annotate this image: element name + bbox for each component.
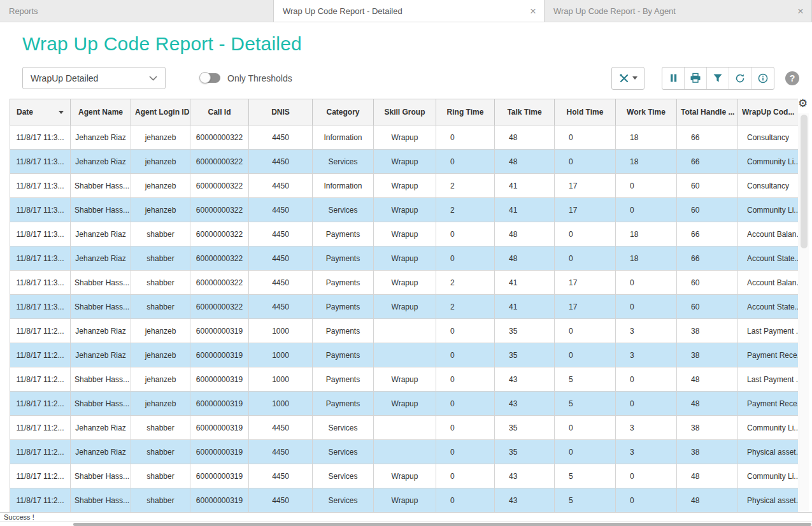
table-cell: 60000000322 [190, 198, 249, 222]
vertical-scrollbar[interactable] [799, 113, 809, 513]
toggle-knob [199, 72, 211, 83]
table-cell: 60000000319 [190, 392, 249, 416]
column-header-talk-time[interactable]: Talk Time [495, 99, 555, 125]
table-cell: 66 [677, 150, 738, 174]
table-row[interactable]: 11/8/17 11:2...Jehanzeb Riazjehanzeb6000… [10, 319, 799, 343]
column-header-total-handle[interactable]: Total Handle ... [677, 99, 738, 125]
table-cell: 11/8/17 11:2... [10, 343, 71, 367]
table-row[interactable]: 11/8/17 11:3...Shabber Hass...shabber600… [10, 271, 799, 295]
table-cell: 3 [616, 416, 677, 440]
column-header-dnis[interactable]: DNIS [249, 99, 313, 125]
table-cell: 0 [616, 392, 677, 416]
table-cell: 1000 [249, 392, 313, 416]
table-cell: 5 [555, 488, 616, 513]
table-cell: 11/8/17 11:3... [10, 174, 71, 198]
table-cell [374, 416, 436, 440]
column-header-work-time[interactable]: Work Time [616, 99, 677, 125]
table-cell: 35 [495, 319, 555, 343]
column-header-call-id[interactable]: Call Id [190, 99, 249, 125]
tab-wrapup-code-report-detailed[interactable]: Wrap Up Code Report - Detailed × [274, 0, 545, 22]
table-cell: Consultancy [738, 174, 799, 198]
help-button[interactable]: ? [785, 71, 799, 85]
pause-icon [669, 73, 678, 83]
horizontal-scrollbar-thumb[interactable] [73, 523, 811, 526]
table-cell: 0 [436, 319, 495, 343]
table-row[interactable]: 11/8/17 11:3...Jehanzeb Riazjehanzeb6000… [10, 150, 799, 174]
close-icon[interactable]: × [530, 6, 536, 17]
table-cell: 1000 [249, 343, 313, 367]
column-header-agent-login-id[interactable]: Agent Login ID [131, 99, 190, 125]
view-selector-dropdown[interactable]: WrapUp Detailed [22, 67, 166, 89]
column-header-date[interactable]: Date [10, 99, 71, 125]
table-row[interactable]: 11/8/17 11:2...Shabber Hass...shabber600… [10, 488, 799, 513]
table-cell: 0 [436, 440, 495, 464]
table-row[interactable]: 11/8/17 11:3...Shabber Hass...jehanzeb60… [10, 174, 799, 198]
horizontal-scrollbar[interactable] [0, 523, 812, 526]
table-cell: Wrapup [374, 488, 436, 513]
table-row[interactable]: 11/8/17 11:2...Shabber Hass...jehanzeb60… [10, 392, 799, 416]
table-cell: 17 [555, 295, 616, 319]
page-title: Wrap Up Code Report - Detailed [22, 32, 812, 55]
table-cell: 48 [677, 367, 738, 392]
tab-reports[interactable]: Reports [0, 0, 274, 22]
table-cell: 60 [677, 174, 738, 198]
table-cell: 0 [555, 125, 616, 150]
table-cell: 11/8/17 11:2... [10, 488, 71, 513]
gear-icon[interactable]: ⚙ [798, 98, 808, 109]
column-header-label: Date [17, 108, 33, 117]
pause-button[interactable] [662, 68, 685, 89]
table-cell: Jehanzeb Riaz [71, 150, 131, 174]
table-cell: shabber [131, 295, 190, 319]
refresh-button[interactable] [729, 68, 751, 89]
close-icon[interactable]: × [797, 6, 804, 17]
table-cell: Payment Rece... [738, 392, 799, 416]
table-cell: 48 [495, 246, 555, 271]
table-cell: shabber [131, 271, 190, 295]
table-cell: 0 [616, 295, 677, 319]
tab-wrapup-code-report-by-agent[interactable]: Wrap Up Code Report - By Agent × [545, 0, 812, 22]
column-header-agent-name[interactable]: Agent Name [71, 99, 131, 125]
table-cell: 41 [495, 271, 555, 295]
table-cell: 60000000319 [190, 488, 249, 513]
column-header-category[interactable]: Category [313, 99, 374, 125]
table-cell: Wrapup [374, 222, 436, 246]
info-button[interactable] [751, 68, 774, 89]
table-cell: 60000000322 [190, 222, 249, 246]
table-cell: 60 [677, 271, 738, 295]
tools-button[interactable] [611, 67, 645, 90]
table-cell: Shabber Hass... [71, 295, 131, 319]
table-row[interactable]: 11/8/17 11:2...Jehanzeb Riazshabber60000… [10, 416, 799, 440]
table-cell: Consultancy [738, 125, 799, 150]
refresh-icon [735, 73, 745, 83]
table-cell: Physical asset... [738, 488, 799, 513]
chevron-down-icon [149, 76, 157, 81]
table-row[interactable]: 11/8/17 11:3...Jehanzeb Riazjehanzeb6000… [10, 125, 799, 150]
table-row[interactable]: 11/8/17 11:2...Jehanzeb Riazjehanzeb6000… [10, 343, 799, 367]
table-row[interactable]: 11/8/17 11:3...Jehanzeb Riazshabber60000… [10, 222, 799, 246]
table-cell: 60000000319 [190, 367, 249, 392]
column-header-hold-time[interactable]: Hold Time [555, 99, 616, 125]
table-cell: 2 [436, 271, 495, 295]
table-row[interactable]: 11/8/17 11:3...Shabber Hass...jehanzeb60… [10, 198, 799, 222]
column-header-wrapup-cod[interactable]: WrapUp Cod... [738, 99, 799, 125]
table-cell: 43 [495, 392, 555, 416]
filter-button[interactable] [707, 68, 729, 89]
print-button[interactable] [685, 68, 707, 89]
table-row[interactable]: 11/8/17 11:3...Jehanzeb Riazshabber60000… [10, 246, 799, 271]
table-cell: 11/8/17 11:3... [10, 271, 71, 295]
table-cell: 2 [436, 198, 495, 222]
table-row[interactable]: 11/8/17 11:2...Shabber Hass...jehanzeb60… [10, 367, 799, 392]
table-cell: 0 [555, 319, 616, 343]
table-cell: Community Li... [738, 464, 799, 488]
table-row[interactable]: 11/8/17 11:3...Shabber Hass...shabber600… [10, 295, 799, 319]
table-cell: jehanzeb [131, 367, 190, 392]
table-cell: 18 [616, 150, 677, 174]
only-thresholds-toggle[interactable] [201, 73, 220, 83]
vertical-scrollbar-thumb[interactable] [801, 115, 808, 248]
table-row[interactable]: 11/8/17 11:2...Jehanzeb Riazshabber60000… [10, 440, 799, 464]
column-header-ring-time[interactable]: Ring Time [436, 99, 495, 125]
table-cell: Shabber Hass... [71, 198, 131, 222]
table-row[interactable]: 11/8/17 11:2...Shabber Hass...shabber600… [10, 464, 799, 488]
column-header-skill-group[interactable]: Skill Group [374, 99, 436, 125]
table-cell: Payments [313, 343, 374, 367]
